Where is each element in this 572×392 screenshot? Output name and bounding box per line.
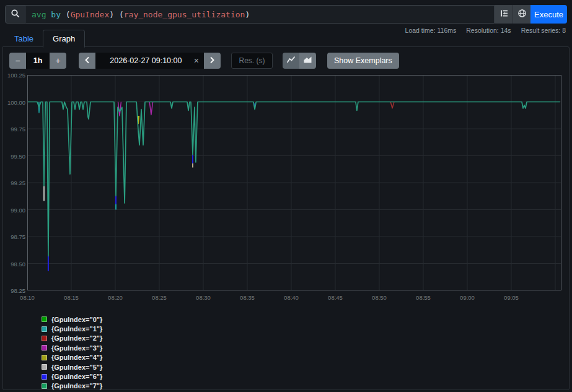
- search-button[interactable]: [5, 5, 25, 24]
- legend-series-label: {GpuIndex="1"}: [51, 325, 102, 333]
- legend-swatch-icon: [42, 364, 47, 370]
- time-forward-button[interactable]: [204, 53, 221, 69]
- legend-series-label: {GpuIndex="5"}: [51, 364, 102, 371]
- resolution: Resolution: 14s: [466, 27, 511, 34]
- time-controls: 2026-02-27 09:10:00 ×: [79, 53, 221, 69]
- legend-item[interactable]: {GpuIndex="5"}: [42, 362, 102, 372]
- x-axis-label: 08:20: [102, 294, 129, 301]
- legend-item[interactable]: {GpuIndex="1"}: [42, 324, 102, 333]
- y-axis-label: 98.75: [3, 233, 25, 240]
- resolution-input[interactable]: [231, 53, 273, 69]
- x-axis-label: 08:40: [278, 294, 305, 301]
- y-axis-label: 98.25: [3, 287, 25, 294]
- clear-time-icon[interactable]: ×: [193, 56, 200, 66]
- chevron-right-icon: [209, 56, 215, 66]
- graph-toolbar: − 1h + 2026-02-27 09:10:00 ×: [9, 53, 399, 69]
- globe-icon: [517, 9, 527, 20]
- load-time: Load time: 116ms: [405, 27, 457, 34]
- query-input[interactable]: avg by (GpuIndex) (ray_node_gpus_utiliza…: [25, 5, 495, 24]
- x-axis-label: 08:45: [322, 294, 349, 301]
- x-axis-label: 08:10: [14, 294, 41, 301]
- legend-series-label: {GpuIndex="3"}: [51, 344, 102, 352]
- range-controls: − 1h +: [9, 53, 66, 69]
- x-axis-label: 08:55: [410, 294, 437, 301]
- tab-table[interactable]: Table: [5, 30, 43, 47]
- legend-swatch-icon: [42, 326, 47, 332]
- metrics-explorer-icon: [499, 9, 509, 20]
- line-chart-toggle-button[interactable]: [283, 53, 299, 69]
- x-axis-label: 08:30: [190, 294, 217, 301]
- legend-series-label: {GpuIndex="6"}: [51, 373, 102, 380]
- y-axis-label: 99.25: [3, 180, 25, 186]
- y-axis-label: 100.00: [3, 99, 25, 106]
- graph-panel: − 1h + 2026-02-27 09:10:00 ×: [2, 46, 570, 390]
- query-expression: avg by (GpuIndex) (ray_node_gpus_utiliza…: [32, 10, 250, 19]
- legend-swatch-icon: [42, 374, 47, 380]
- legend-swatch-icon: [42, 355, 47, 360]
- legend-item[interactable]: {GpuIndex="6"}: [42, 372, 102, 381]
- query-token: ) (: [109, 10, 123, 19]
- tab-graph[interactable]: Graph: [43, 30, 85, 48]
- x-axis-label: 09:00: [454, 294, 481, 301]
- panel-tabs: Table Graph: [5, 30, 85, 47]
- x-axis-label: 08:50: [366, 294, 393, 301]
- legend: {GpuIndex="0"}{GpuIndex="1"}{GpuIndex="2…: [42, 315, 102, 391]
- stacked-chart-toggle-button[interactable]: [299, 53, 316, 69]
- legend-series-label: {GpuIndex="2"}: [51, 334, 102, 342]
- y-axis-label: 98.50: [3, 261, 25, 268]
- legend-item[interactable]: {GpuIndex="3"}: [42, 343, 102, 352]
- line-chart-icon: [286, 56, 296, 66]
- query-bar: avg by (GpuIndex) (ray_node_gpus_utiliza…: [5, 5, 567, 24]
- datetime-value: 2026-02-27 09:10:00: [99, 56, 193, 65]
- query-token: (: [61, 10, 71, 19]
- show-exemplars-button[interactable]: Show Exemplars: [327, 53, 399, 69]
- query-stats: Load time: 116ms Resolution: 14s Result …: [405, 27, 566, 34]
- query-token: ): [245, 10, 250, 19]
- legend-series-label: {GpuIndex="0"}: [51, 316, 102, 323]
- x-axis-label: 09:05: [498, 294, 525, 301]
- metrics-explorer-button[interactable]: [495, 5, 513, 24]
- legend-swatch-icon: [42, 316, 47, 322]
- prometheus-app: avg by (GpuIndex) (ray_node_gpus_utiliza…: [0, 0, 572, 392]
- legend-swatch-icon: [42, 345, 47, 351]
- x-axis-label: 08:25: [146, 294, 173, 301]
- execute-button[interactable]: Execute: [530, 5, 567, 24]
- plot-svg[interactable]: [27, 75, 561, 290]
- legend-item[interactable]: {GpuIndex="4"}: [42, 353, 102, 362]
- range-input[interactable]: 1h: [26, 53, 50, 69]
- legend-swatch-icon: [42, 336, 47, 341]
- x-axis-label: 08:35: [234, 294, 261, 301]
- local-time-button[interactable]: [513, 5, 530, 24]
- graph-area[interactable]: 100.25100.0099.7599.5099.2599.0098.7598.…: [3, 72, 569, 313]
- chart-type-toggle: [283, 53, 316, 69]
- legend-item[interactable]: {GpuIndex="2"}: [42, 334, 102, 343]
- datetime-input[interactable]: 2026-02-27 09:10:00 ×: [95, 53, 204, 69]
- y-axis-label: 99.00: [3, 207, 25, 214]
- query-token: by: [51, 10, 61, 19]
- query-token: GpuIndex: [71, 10, 110, 19]
- chevron-left-icon: [84, 56, 90, 66]
- y-axis-label: 100.25: [3, 72, 25, 79]
- legend-swatch-icon: [42, 383, 47, 389]
- time-back-button[interactable]: [79, 53, 95, 69]
- result-series: Result series: 8: [521, 27, 566, 34]
- range-increase-button[interactable]: +: [50, 53, 66, 69]
- y-axis-label: 99.75: [3, 126, 25, 133]
- x-axis-label: 08:15: [58, 294, 85, 301]
- query-token: ray_node_gpus_utilization: [124, 10, 245, 19]
- legend-series-label: {GpuIndex="4"}: [51, 354, 102, 361]
- search-icon: [11, 9, 20, 20]
- legend-series-label: {GpuIndex="7"}: [51, 382, 102, 390]
- stacked-chart-icon: [303, 56, 312, 66]
- range-decrease-button[interactable]: −: [9, 53, 26, 69]
- legend-item[interactable]: {GpuIndex="0"}: [42, 315, 102, 324]
- query-token: avg: [32, 10, 46, 19]
- y-axis-label: 99.50: [3, 153, 25, 160]
- legend-item[interactable]: {GpuIndex="7"}: [42, 381, 102, 391]
